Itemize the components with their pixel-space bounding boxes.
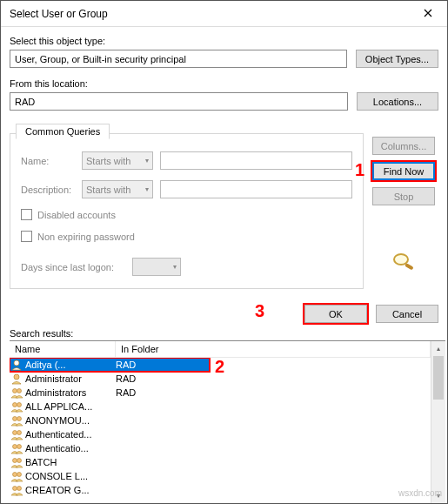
svg-point-9 xyxy=(17,417,21,421)
table-row[interactable]: BATCH xyxy=(10,455,431,469)
svg-point-17 xyxy=(17,473,21,477)
svg-point-4 xyxy=(12,389,17,393)
row-name: Authenticated... xyxy=(25,429,116,440)
description-query-input[interactable] xyxy=(160,180,352,198)
close-icon xyxy=(424,7,432,20)
table-row[interactable]: CREATOR G... xyxy=(10,483,431,497)
svg-point-6 xyxy=(12,403,17,407)
row-name: BATCH xyxy=(25,457,116,467)
group-icon xyxy=(10,413,23,427)
row-folder: RAD xyxy=(116,387,431,398)
titlebar: Select User or Group xyxy=(1,1,447,27)
close-button[interactable] xyxy=(408,1,447,26)
results-header: Name In Folder xyxy=(10,341,431,358)
group-icon xyxy=(10,400,23,413)
group-icon xyxy=(10,441,23,455)
row-name: CONSOLE L... xyxy=(25,471,116,481)
watermark: wsxdn.com xyxy=(398,488,442,498)
row-name: ANONYMOU... xyxy=(25,415,116,426)
row-name: ALL APPLICA... xyxy=(25,401,116,412)
days-since-logon-dropdown[interactable]: ▾ xyxy=(132,258,181,276)
table-row[interactable]: Authenticatio... xyxy=(10,441,431,455)
user-icon xyxy=(10,372,23,386)
annotation-1: 1 xyxy=(355,160,364,180)
description-mode-dropdown[interactable]: Starts with ▾ xyxy=(82,180,153,198)
table-row[interactable]: Authenticated... xyxy=(10,427,431,441)
column-name[interactable]: Name xyxy=(10,341,116,357)
cancel-button[interactable]: Cancel xyxy=(376,305,438,323)
table-row[interactable]: ANONYMOU... xyxy=(10,413,431,427)
location-label: From this location: xyxy=(10,78,438,89)
magnifier-icon xyxy=(390,251,418,272)
row-name: Aditya (... xyxy=(25,360,116,370)
table-row[interactable]: Aditya (...RAD xyxy=(10,358,210,372)
annotation-3: 3 xyxy=(255,301,264,321)
svg-point-14 xyxy=(12,459,17,463)
svg-point-2 xyxy=(14,360,19,366)
stop-button[interactable]: Stop xyxy=(372,187,435,205)
disabled-accounts-checkbox[interactable] xyxy=(21,209,32,220)
tab-common-queries[interactable]: Common Queries xyxy=(16,124,110,139)
window-title: Select User or Group xyxy=(10,8,108,20)
table-row[interactable]: ALL APPLICA... xyxy=(10,400,431,413)
row-name: Authenticatio... xyxy=(25,443,116,454)
svg-point-5 xyxy=(17,389,21,393)
svg-rect-1 xyxy=(405,263,414,270)
columns-button[interactable]: Columns... xyxy=(372,137,435,155)
row-folder: RAD xyxy=(116,360,210,370)
svg-point-0 xyxy=(394,254,408,265)
find-now-button[interactable]: Find Now xyxy=(372,162,435,180)
location-input[interactable] xyxy=(10,92,348,111)
scrollbar[interactable]: ▴ ▾ xyxy=(431,341,445,503)
svg-point-15 xyxy=(17,459,21,463)
ok-button[interactable]: OK xyxy=(304,305,367,323)
scroll-up-icon[interactable]: ▴ xyxy=(431,341,445,356)
object-type-input[interactable] xyxy=(10,50,347,68)
svg-point-7 xyxy=(17,403,21,407)
group-icon xyxy=(10,483,23,497)
svg-point-12 xyxy=(12,445,17,449)
chevron-down-icon: ▾ xyxy=(145,157,149,165)
table-row[interactable]: CONSOLE L... xyxy=(10,469,431,483)
dialog-window: Select User or Group Select this object … xyxy=(0,0,448,504)
group-icon xyxy=(10,427,23,441)
description-label: Description: xyxy=(21,185,75,195)
row-name: CREATOR G... xyxy=(25,485,116,495)
svg-point-10 xyxy=(12,431,17,435)
object-types-button[interactable]: Object Types... xyxy=(356,50,438,68)
name-mode-dropdown[interactable]: Starts with ▾ xyxy=(82,151,153,170)
group-icon xyxy=(10,455,23,469)
chevron-down-icon: ▾ xyxy=(173,263,177,271)
group-icon xyxy=(10,386,23,400)
group-icon xyxy=(10,469,23,483)
scroll-thumb[interactable] xyxy=(433,356,444,400)
svg-point-13 xyxy=(17,445,21,449)
user-icon xyxy=(10,358,23,372)
svg-point-8 xyxy=(12,417,17,421)
table-row[interactable]: AdministratorsRAD xyxy=(10,386,431,400)
search-results-label: Search results: xyxy=(10,328,445,339)
svg-point-3 xyxy=(14,374,19,380)
locations-button[interactable]: Locations... xyxy=(357,92,438,111)
svg-point-18 xyxy=(12,487,17,491)
name-query-input[interactable] xyxy=(160,151,352,170)
days-since-logon-label: Days since last logon: xyxy=(21,262,125,272)
svg-point-19 xyxy=(17,487,21,491)
non-expiring-checkbox[interactable] xyxy=(21,231,32,242)
annotation-2: 2 xyxy=(215,357,224,377)
row-name: Administrator xyxy=(25,373,116,384)
svg-point-11 xyxy=(17,431,21,435)
name-label: Name: xyxy=(21,156,75,166)
disabled-accounts-label: Disabled accounts xyxy=(37,210,116,220)
row-folder: RAD xyxy=(116,373,431,384)
row-name: Administrators xyxy=(25,387,116,398)
object-type-label: Select this object type: xyxy=(10,36,438,46)
svg-point-16 xyxy=(12,473,17,477)
chevron-down-icon: ▾ xyxy=(145,185,149,193)
non-expiring-label: Non expiring password xyxy=(37,232,135,242)
column-folder[interactable]: In Folder xyxy=(116,341,431,357)
